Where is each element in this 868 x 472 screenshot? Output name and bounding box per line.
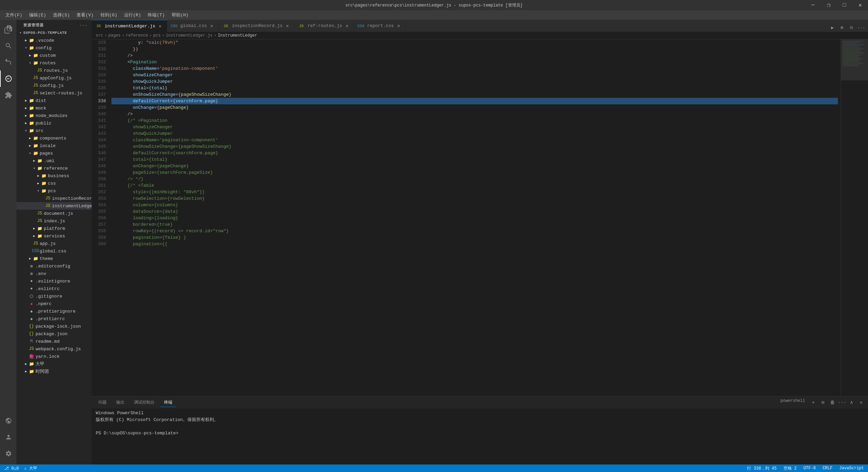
- breadcrumb-pcs[interactable]: pcs: [153, 33, 161, 38]
- activity-run-debug[interactable]: [0, 70, 16, 87]
- sidebar-item-locale[interactable]: ▶ 📁 locale: [16, 142, 92, 149]
- sidebar-item-documentjs[interactable]: ▶ JS document.js: [16, 210, 92, 217]
- sidebar-item-package[interactable]: ▶ {} package.json: [16, 330, 92, 338]
- tab-reportcss-close[interactable]: ✕: [396, 23, 401, 29]
- sidebar-item-inspectionrecord[interactable]: ▶ JS inspectionRecord.js: [16, 195, 92, 202]
- code-content[interactable]: y: "calc(76vh)" }) /> <Pagination classN…: [109, 39, 841, 396]
- tab-refroutes-close[interactable]: ✕: [344, 23, 350, 29]
- tab-refroutes[interactable]: JS ref-routes.js ✕: [294, 20, 354, 32]
- status-spaces[interactable]: 空格 2: [782, 466, 798, 471]
- breadcrumb-src[interactable]: src: [96, 33, 103, 38]
- activity-extensions[interactable]: [0, 87, 16, 103]
- menu-help[interactable]: 帮助(H): [169, 11, 191, 19]
- panel-maximize-button[interactable]: ∧: [847, 398, 856, 407]
- tab-global[interactable]: CSS global.css ✕: [167, 20, 219, 32]
- activity-remote[interactable]: [0, 412, 16, 429]
- maximize-button[interactable]: □: [837, 0, 852, 10]
- minimize-button[interactable]: ─: [805, 0, 821, 10]
- sidebar-item-npmrc[interactable]: ▶ ◆ .npmrc: [16, 300, 92, 307]
- sidebar-item-umi[interactable]: ▶ 📁 .umi: [16, 157, 92, 165]
- breadcrumb-file[interactable]: instrumentLedger.js: [166, 33, 213, 38]
- sidebar-item-theme[interactable]: ▶ 📁 theme: [16, 255, 92, 262]
- sidebar-item-vscode[interactable]: ▶ 📁 .vscode: [16, 37, 92, 44]
- sidebar-item-mock[interactable]: ▶ 📁 mock: [16, 104, 92, 112]
- sidebar-more-icon[interactable]: ···: [80, 23, 88, 27]
- status-encoding[interactable]: UTF-8: [802, 466, 817, 471]
- menu-select[interactable]: 选择(S): [50, 11, 72, 19]
- sidebar-item-globalcss[interactable]: ▶ CSS global.css: [16, 247, 92, 255]
- activity-account[interactable]: [0, 429, 16, 445]
- panel-tab-output[interactable]: 输出: [112, 398, 129, 407]
- status-line-col[interactable]: 行 338，列 45: [746, 466, 778, 471]
- sidebar-item-pages[interactable]: ▾ 📁 pages: [16, 149, 92, 157]
- activity-settings[interactable]: [0, 445, 16, 462]
- menu-run[interactable]: 运行(R): [121, 11, 144, 19]
- activity-explorer[interactable]: [0, 21, 16, 38]
- sidebar-item-appjs[interactable]: ▶ JS app.js: [16, 240, 92, 247]
- sidebar-item-routes[interactable]: ▾ 📁 routes: [16, 59, 92, 67]
- sidebar-item-prettierignore[interactable]: ▶ ◈ .prettierignore: [16, 307, 92, 315]
- sidebar-item-css[interactable]: ▶ 📁 css: [16, 180, 92, 187]
- menu-terminal[interactable]: 终端(T): [145, 11, 167, 19]
- tab-instrumentledger-close[interactable]: ✕: [157, 23, 163, 29]
- panel-close-button[interactable]: ✕: [857, 398, 865, 407]
- sidebar-item-nodemodules[interactable]: ▶ 📁 node_modules: [16, 112, 92, 119]
- sidebar-item-public[interactable]: ▶ 📁 public: [16, 119, 92, 127]
- tab-global-close[interactable]: ✕: [209, 23, 214, 29]
- sidebar-item-dajia[interactable]: ▶ 📁 大甲: [16, 360, 92, 368]
- sidebar-item-reference[interactable]: ▾ 📁 reference: [16, 165, 92, 172]
- panel-tab-problems[interactable]: 问题: [94, 398, 111, 407]
- sidebar-item-src[interactable]: ▾ 📁 src: [16, 127, 92, 134]
- menu-file[interactable]: 文件(F): [3, 11, 25, 19]
- layout-button[interactable]: ⊞: [838, 24, 846, 32]
- panel-tab-terminal[interactable]: 终端: [160, 398, 176, 407]
- tab-instrumentledger[interactable]: JS instrumentLedger.js ✕: [92, 20, 167, 32]
- sidebar-item-pcs[interactable]: ▾ 📁 pcs: [16, 187, 92, 195]
- run-button[interactable]: ▶: [828, 24, 837, 32]
- panel-trash-button[interactable]: 🗑: [828, 398, 837, 407]
- panel-split-button[interactable]: ⊟: [819, 398, 827, 407]
- sidebar-item-selectroutes[interactable]: ▶ JS select-routes.js: [16, 89, 92, 97]
- status-git[interactable]: ⎇ 0△0: [3, 466, 20, 471]
- status-eol[interactable]: CRLF: [821, 466, 834, 471]
- panel-more-button[interactable]: ···: [838, 398, 846, 407]
- terminal-add-button[interactable]: +: [809, 398, 817, 407]
- sidebar-item-components[interactable]: ▶ 📁 components: [16, 134, 92, 142]
- sidebar-item-indexjs[interactable]: ▶ JS index.js: [16, 217, 92, 225]
- sidebar-item-services[interactable]: ▶ 📁 services: [16, 232, 92, 240]
- sidebar-item-routesjs[interactable]: ▶ JS routes.js: [16, 67, 92, 74]
- sidebar-item-appconfig[interactable]: ▶ JS appConfig.js: [16, 74, 92, 82]
- tab-inspectionrecord[interactable]: JS inspectionRecord.js ✕: [219, 20, 294, 32]
- panel-tab-debug[interactable]: 调试控制台: [130, 398, 159, 407]
- menu-view[interactable]: 查看(V): [74, 11, 96, 19]
- split-button[interactable]: ⊟: [847, 24, 856, 32]
- breadcrumb-reference[interactable]: reference: [126, 33, 148, 38]
- sidebar-item-eslintignore[interactable]: ▶ ● .eslintignore: [16, 277, 92, 285]
- status-language[interactable]: JavaScript: [838, 466, 865, 471]
- sidebar-item-shiatuan[interactable]: ▶ 📁 时阿团: [16, 368, 92, 375]
- sidebar-item-prettierrc[interactable]: ▶ ◈ .prettierrc: [16, 315, 92, 323]
- sidebar-item-eslintrc[interactable]: ▶ ● .eslintrc: [16, 285, 92, 292]
- activity-search[interactable]: [0, 38, 16, 54]
- sidebar-item-webpack[interactable]: ▶ JS webpack.config.js: [16, 345, 92, 353]
- restore-button[interactable]: ❐: [821, 0, 837, 10]
- sidebar-item-config[interactable]: ▾ 📁 config: [16, 44, 92, 52]
- tab-inspectionrecord-close[interactable]: ✕: [284, 23, 290, 29]
- sidebar-item-custom[interactable]: ▶ 📁 custom: [16, 52, 92, 59]
- status-errors[interactable]: ⚠ 大甲: [23, 466, 39, 471]
- sidebar-item-env[interactable]: ▶ ⚙ .env: [16, 270, 92, 277]
- terminal-content[interactable]: Windows PowerShell 版权所有 (C) Microsoft Co…: [92, 408, 868, 464]
- breadcrumb-symbol[interactable]: InstrumentLedger: [218, 33, 257, 38]
- sidebar-item-yarnlock[interactable]: ▶ 🧶 yarn.lock: [16, 353, 92, 360]
- menu-edit[interactable]: 编辑(E): [26, 11, 49, 19]
- close-button[interactable]: ✕: [852, 0, 868, 10]
- sidebar-item-instrumentledger[interactable]: ▶ JS instrumentLedger.js: [16, 202, 92, 210]
- sidebar-item-readme[interactable]: ▶ M readme.md: [16, 338, 92, 345]
- menu-goto[interactable]: 转到(G): [98, 11, 120, 19]
- sidebar-item-platform[interactable]: ▶ 📁 platform: [16, 225, 92, 232]
- tab-reportcss[interactable]: CSS report.css ✕: [354, 20, 406, 32]
- more-button[interactable]: ···: [857, 24, 865, 32]
- sidebar-item-configjs[interactable]: ▶ JS config.js: [16, 82, 92, 89]
- sidebar-item-gitignore[interactable]: ▶ ⬡ .gitignore: [16, 292, 92, 300]
- activity-source-control[interactable]: [0, 54, 16, 70]
